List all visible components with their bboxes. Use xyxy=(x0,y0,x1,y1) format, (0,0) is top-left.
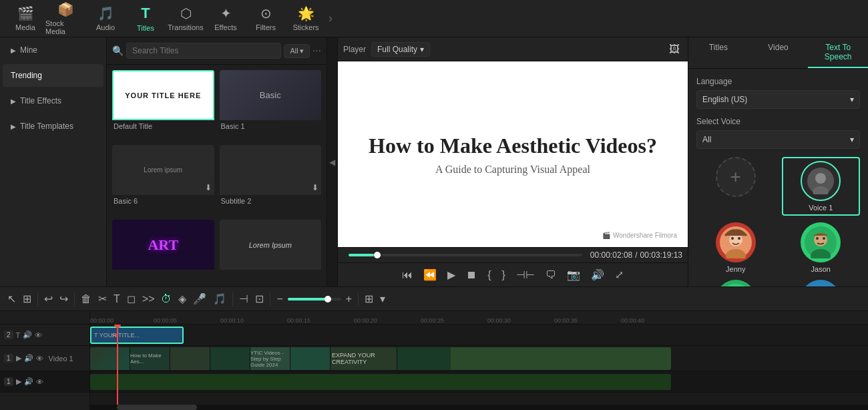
frame-back-btn[interactable]: ⏪ xyxy=(421,266,439,284)
timeline-scroll-thumb[interactable] xyxy=(117,405,197,410)
voice-card-jason[interactable]: Jason xyxy=(782,222,861,273)
sidebar-item-title-effects[interactable]: ▶ Title Effects xyxy=(3,89,103,112)
preview-controls: 00:00:02:08 / 00:03:19:13 xyxy=(338,247,688,262)
timeline-scrollbar[interactable] xyxy=(90,405,868,410)
ruler-mark-25: 00:00:25 xyxy=(421,317,444,324)
toolbar-item-stickers[interactable]: 🌟 Stickers xyxy=(286,2,326,35)
language-dropdown[interactable]: English (US) ▾ xyxy=(696,90,860,109)
tl-redo-btn[interactable]: ↪ xyxy=(57,290,70,307)
tl-speed-btn[interactable]: ⏱ xyxy=(159,291,174,307)
audio-vis-btn[interactable]: 👁 xyxy=(36,378,43,386)
toolbar-expand-btn[interactable]: › xyxy=(329,11,333,25)
add-voice-btn[interactable]: + xyxy=(716,157,756,197)
audio-vol-btn[interactable]: 🔊 xyxy=(24,377,33,386)
video-frame-3 xyxy=(170,347,210,370)
playhead[interactable] xyxy=(117,325,118,405)
filter-dropdown[interactable]: All ▾ xyxy=(284,44,309,58)
title-card-basic1[interactable]: Basic Basic 1 xyxy=(220,70,322,140)
toolbar-item-media[interactable]: 🎬 Media xyxy=(5,2,45,35)
toolbar-item-filters[interactable]: ⊙ Filters xyxy=(246,2,286,35)
svg-point-11 xyxy=(816,237,819,240)
tl-zoom-out-btn[interactable]: − xyxy=(274,291,284,307)
tl-audio-btn[interactable]: 🎵 xyxy=(211,290,228,307)
basic1-text: Basic xyxy=(260,90,281,100)
tl-split-btn[interactable]: ⊣ xyxy=(237,290,250,307)
mark-out-btn[interactable]: } xyxy=(499,266,508,284)
stop-btn[interactable]: ⏹ xyxy=(463,266,479,284)
tl-more-btn[interactable]: ▾ xyxy=(378,290,387,307)
timeline-body: 2 T 🔊 👁 1 ▶ 🔊 👁 Video 1 1 ▶ 🔊 👁 xyxy=(0,311,868,410)
tl-undo-btn[interactable]: ↩ xyxy=(42,290,55,307)
video-frame-6 xyxy=(290,347,331,370)
voice-card-add[interactable]: + xyxy=(696,157,775,216)
search-input[interactable] xyxy=(126,43,281,59)
tl-grid-btn[interactable]: ⊞ xyxy=(363,290,375,307)
mine-arrow-icon: ▶ xyxy=(11,47,16,54)
tl-crop-btn[interactable]: ⊞ xyxy=(21,290,33,307)
rewind-btn[interactable]: ⏮ xyxy=(399,266,415,284)
video-frame-end xyxy=(397,347,451,370)
track-play-btn[interactable]: ▶ xyxy=(16,354,21,363)
title-card-art[interactable]: ART xyxy=(112,220,214,281)
tl-scissors-btn[interactable]: ✂ xyxy=(96,290,109,307)
panel-collapse-btn[interactable]: ◀ xyxy=(327,37,338,286)
play-btn[interactable]: ▶ xyxy=(445,266,458,284)
v4-avatar xyxy=(801,280,841,286)
track-visibility-btn[interactable]: 👁 xyxy=(35,331,42,339)
zoom-slider[interactable] xyxy=(288,298,341,300)
title-card-lorem[interactable]: Lorem Ipsum xyxy=(220,220,322,281)
screenshot-btn[interactable]: 📷 xyxy=(564,266,583,284)
track-vis-btn[interactable]: 👁 xyxy=(36,355,43,363)
voice-card-v4[interactable] xyxy=(782,280,861,286)
voice-card-voice1[interactable]: Voice 1 xyxy=(782,157,861,216)
tl-zoom-in-btn[interactable]: + xyxy=(344,291,354,307)
toolbar-item-titles[interactable]: T Titles xyxy=(126,2,166,35)
split-btn[interactable]: ⊣⊢ xyxy=(513,266,537,284)
sidebar-item-trending[interactable]: Trending xyxy=(3,64,103,87)
timeline-track-labels: 2 T 🔊 👁 1 ▶ 🔊 👁 Video 1 1 ▶ 🔊 👁 xyxy=(0,311,90,410)
tab-video[interactable]: Video xyxy=(748,37,809,68)
subtitle-btn[interactable]: 🗨 xyxy=(543,266,559,284)
ruler-mark-30: 00:00:30 xyxy=(487,317,511,324)
right-content: Language English (US) ▾ Select Voice All… xyxy=(688,69,868,286)
preview-image-btn[interactable]: 🖼 xyxy=(666,42,682,57)
tl-pip-btn[interactable]: ⊡ xyxy=(253,290,266,307)
voice-filter-dropdown[interactable]: All ▾ xyxy=(696,130,860,149)
mark-in-btn[interactable]: { xyxy=(485,266,493,284)
tl-mic-btn[interactable]: 🎤 xyxy=(191,290,208,307)
tl-mask-btn[interactable]: ◈ xyxy=(176,290,188,307)
toolbar-item-effects[interactable]: ✦ Effects xyxy=(206,2,246,35)
more-options-btn[interactable]: ··· xyxy=(312,45,321,57)
fullscreen-btn[interactable]: ⤢ xyxy=(612,266,626,284)
voice-card-jenny[interactable]: Jenny xyxy=(696,222,775,273)
track-vol-btn[interactable]: 🔊 xyxy=(24,354,33,363)
sidebar-item-title-templates[interactable]: ▶ Title Templates xyxy=(3,115,103,138)
download-icon-subtitle2: ⬇ xyxy=(312,183,318,192)
volume-btn[interactable]: 🔊 xyxy=(588,266,607,284)
title-card-basic6[interactable]: Lorem ipsum ⬇ Basic 6 xyxy=(112,145,214,214)
toolbar-item-transitions[interactable]: ⬡ Transitions xyxy=(166,2,206,35)
tab-titles[interactable]: Titles xyxy=(688,37,748,68)
title-clip[interactable]: ✂ T YOUR TITLE... xyxy=(90,327,184,344)
audio-play-btn[interactable]: ▶ xyxy=(16,377,21,386)
tl-clip-btn[interactable]: ◻ xyxy=(125,290,138,307)
voice-card-v3[interactable] xyxy=(696,280,775,286)
toolbar-item-audio[interactable]: 🎵 Audio xyxy=(85,2,126,35)
toolbar-item-stock-media[interactable]: 📦 Stock Media xyxy=(45,2,85,35)
tl-expand-btn[interactable]: >> xyxy=(140,291,157,307)
jason-name: Jason xyxy=(811,265,831,273)
tab-text-to-speech[interactable]: Text To Speech xyxy=(808,37,868,68)
tl-text-btn[interactable]: T xyxy=(112,291,122,307)
sidebar-item-mine[interactable]: ▶ Mine xyxy=(3,39,103,61)
video-clip[interactable]: How to Make Aes... YTIC Videos - Step by… xyxy=(90,347,671,370)
voice-filter-selected: All xyxy=(702,135,711,144)
track-icon-btn[interactable]: T xyxy=(16,331,21,339)
language-selected: English (US) xyxy=(702,95,747,104)
tl-delete-btn[interactable]: 🗑 xyxy=(79,291,93,307)
tl-cursor-btn[interactable]: ↖ xyxy=(5,290,18,307)
quality-selector[interactable]: Full Quality ▾ xyxy=(371,42,430,57)
title-card-default-title[interactable]: YOUR TITLE HERE Default Title xyxy=(112,70,214,140)
track-audio-btn[interactable]: 🔊 xyxy=(23,331,32,339)
title-card-subtitle2[interactable]: ⬇ Subtitle 2 xyxy=(220,145,322,214)
progress-bar[interactable] xyxy=(349,254,582,256)
